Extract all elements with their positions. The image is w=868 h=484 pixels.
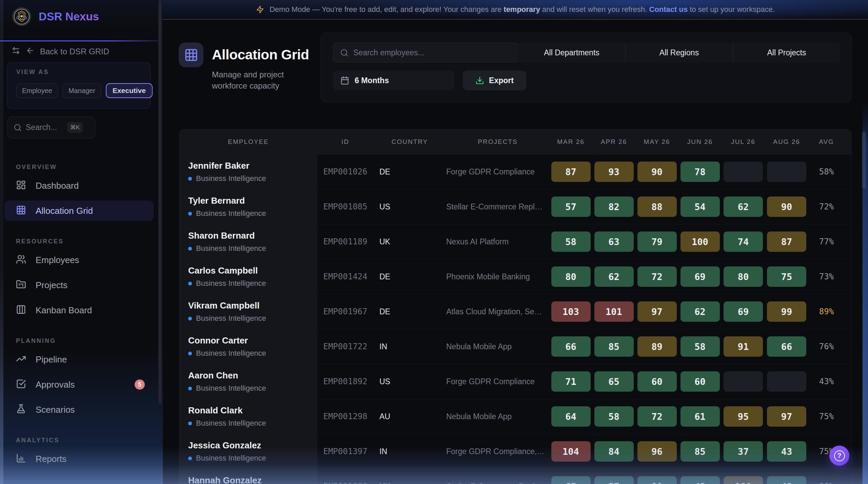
allocation-cell[interactable]: 84 xyxy=(594,441,634,462)
contact-us-link[interactable]: Contact us xyxy=(649,5,688,14)
allocation-cell[interactable]: 66 xyxy=(551,336,591,357)
sidebar-search[interactable]: ⌘K xyxy=(7,116,95,138)
table-scrollbar-thumb[interactable] xyxy=(862,132,866,189)
dashboard-icon xyxy=(16,180,26,191)
allocation-cell[interactable]: 99 xyxy=(767,301,806,322)
allocation-cell[interactable]: 80 xyxy=(637,476,677,484)
employee-cell: Ronald ClarkBusiness Intelligence xyxy=(179,399,317,434)
allocation-cell[interactable]: 66 xyxy=(767,336,806,357)
month-cell: 84 xyxy=(592,434,635,469)
employee-id: EMP001397 xyxy=(317,434,373,469)
employee-country: DE xyxy=(373,259,446,294)
allocation-cell[interactable]: 87 xyxy=(767,231,806,252)
employee-projects: Phoenix Mobile Banking xyxy=(446,259,549,294)
allocation-cell[interactable]: 100 xyxy=(680,231,720,252)
allocation-cell[interactable]: 62 xyxy=(724,197,763,217)
sidebar-item-scenarios[interactable]: Scenarios xyxy=(4,399,154,420)
allocation-cell[interactable]: 96 xyxy=(637,441,677,462)
sidebar-item-pipeline[interactable]: Pipeline xyxy=(4,349,154,370)
allocation-cell[interactable]: 69 xyxy=(680,266,720,287)
employee-name: Carlos Campbell xyxy=(188,265,258,276)
allocation-cell[interactable]: 100 xyxy=(724,476,763,484)
allocation-cell[interactable]: 49 xyxy=(767,476,806,484)
allocation-cell[interactable]: 85 xyxy=(680,441,720,462)
allocation-cell[interactable]: 58 xyxy=(594,406,634,427)
allocation-cell[interactable]: 37 xyxy=(724,441,763,462)
nav-section-overview: OVERVIEW xyxy=(16,164,150,171)
allocation-cell[interactable]: 88 xyxy=(637,197,677,217)
allocation-cell[interactable]: 62 xyxy=(680,301,720,322)
allocation-cell[interactable]: 71 xyxy=(551,371,591,392)
sidebar-item-dashboard[interactable]: Dashboard xyxy=(4,175,154,196)
month-cell: 104 xyxy=(549,434,592,469)
allocation-cell[interactable]: 97 xyxy=(637,301,677,322)
help-button[interactable]: ? xyxy=(829,446,849,466)
view-as-employee[interactable]: Employee xyxy=(16,83,58,98)
allocation-cell[interactable]: 65 xyxy=(594,371,634,392)
allocation-cell[interactable]: 54 xyxy=(680,197,720,217)
allocation-cell[interactable]: 103 xyxy=(551,301,591,322)
allocation-cell[interactable]: 104 xyxy=(551,441,591,462)
allocation-cell[interactable]: 72 xyxy=(637,266,677,287)
allocation-cell[interactable]: 91 xyxy=(724,336,763,357)
allocation-cell[interactable]: 69 xyxy=(724,301,763,322)
allocation-cell[interactable]: 57 xyxy=(594,476,634,484)
allocation-cell[interactable]: 82 xyxy=(594,197,634,217)
allocation-cell[interactable]: 58 xyxy=(551,231,591,252)
view-as-manager[interactable]: Manager xyxy=(63,83,101,98)
allocation-cell[interactable]: 101 xyxy=(594,301,634,322)
trending-icon xyxy=(16,354,26,365)
demo-mode-banner: Demo Mode — You're free to add, edit, an… xyxy=(163,0,868,20)
month-cell: 58 xyxy=(592,399,635,434)
allocation-cell[interactable]: 58 xyxy=(680,336,720,357)
filter-all-projects[interactable]: All Projects xyxy=(733,43,840,62)
view-as-executive[interactable]: Executive xyxy=(106,83,153,98)
back-to-dsr-grid-link[interactable]: Back to DSR GRID xyxy=(12,46,109,57)
allocation-cell[interactable]: 78 xyxy=(680,162,720,182)
employee-search-input[interactable] xyxy=(353,48,512,57)
allocation-cell[interactable]: 80 xyxy=(551,266,591,287)
month-cell: 62 xyxy=(722,189,765,224)
allocation-cell[interactable]: 74 xyxy=(724,231,763,252)
month-cell: 61 xyxy=(678,399,722,434)
allocation-cell[interactable]: 89 xyxy=(637,336,677,357)
employee-search[interactable] xyxy=(333,43,519,62)
sidebar-item-kanban-board[interactable]: Kanban Board xyxy=(4,300,154,320)
grid-icon xyxy=(16,205,26,217)
sidebar-item-reports[interactable]: Reports xyxy=(4,449,154,469)
allocation-cell[interactable]: 63 xyxy=(594,231,634,252)
allocation-cell[interactable]: 87 xyxy=(551,162,591,182)
employee-name: Aaron Chen xyxy=(188,370,238,381)
allocation-cell[interactable]: 90 xyxy=(637,162,677,182)
allocation-cell[interactable]: 60 xyxy=(637,371,677,392)
month-cell: 64 xyxy=(549,399,592,434)
allocation-cell[interactable]: 97 xyxy=(767,406,806,427)
filter-all-regions[interactable]: All Regions xyxy=(625,43,733,62)
allocation-cell[interactable]: 79 xyxy=(637,231,677,252)
allocation-cell[interactable]: 65 xyxy=(551,476,591,484)
sidebar-item-allocation-grid[interactable]: Allocation Grid xyxy=(4,201,154,221)
allocation-cell[interactable]: 72 xyxy=(637,406,677,427)
allocation-cell[interactable]: 62 xyxy=(594,266,634,287)
allocation-cell[interactable]: 85 xyxy=(594,336,634,357)
sidebar-item-projects[interactable]: Projects xyxy=(4,275,154,295)
allocation-cell[interactable]: 95 xyxy=(724,406,763,427)
allocation-cell[interactable]: 90 xyxy=(767,197,806,217)
period-select[interactable]: 6 Months xyxy=(333,71,454,90)
allocation-cell[interactable]: 61 xyxy=(680,406,720,427)
allocation-cell[interactable]: 57 xyxy=(551,197,591,217)
sidebar-item-approvals[interactable]: Approvals5 xyxy=(4,374,154,395)
allocation-cell[interactable]: 75 xyxy=(767,266,806,287)
filter-all-departments[interactable]: All Departments xyxy=(518,43,625,62)
allocation-cell[interactable]: 42 xyxy=(680,476,720,484)
sidebar-scrollbar[interactable] xyxy=(158,0,162,404)
filter-toolbar: All DepartmentsAll RegionsAll Projects 6… xyxy=(320,33,852,103)
export-button[interactable]: Export xyxy=(463,71,526,90)
allocation-cell[interactable]: 64 xyxy=(551,406,591,427)
allocation-cell[interactable]: 80 xyxy=(724,266,763,287)
allocation-cell[interactable]: 93 xyxy=(594,162,634,182)
allocation-cell[interactable]: 60 xyxy=(680,371,720,392)
sidebar-item-employees[interactable]: Employees xyxy=(4,250,154,270)
sidebar-search-input[interactable] xyxy=(26,123,63,132)
allocation-cell[interactable]: 43 xyxy=(767,441,806,462)
